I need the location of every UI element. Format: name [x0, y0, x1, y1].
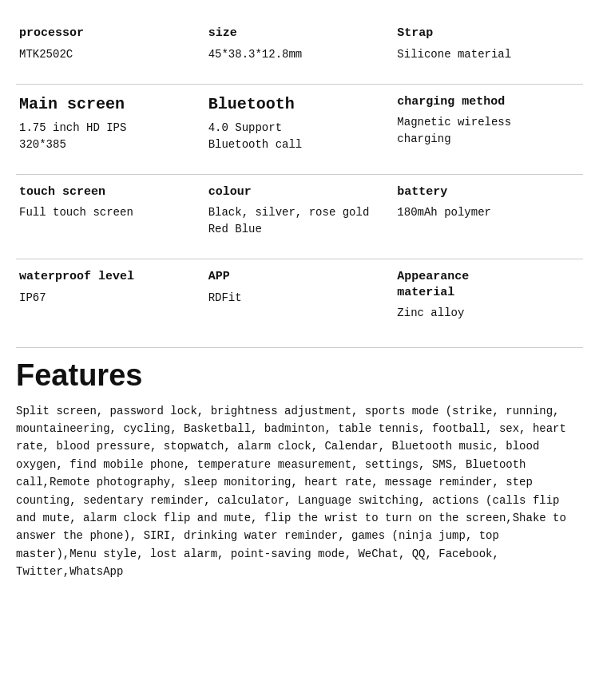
spec-bluetooth-label: Bluetooth [208, 94, 382, 115]
specs-row-4: waterproof level IP67 APP RDFit Appearan… [16, 259, 583, 334]
spec-app-value: RDFit [208, 290, 382, 306]
spec-bluetooth: Bluetooth 4.0 Support Bluetooth call [205, 85, 395, 166]
spec-appearance-label: Appearance material [397, 269, 570, 300]
spec-touch-screen: touch screen Full touch screen [16, 175, 205, 251]
spec-app: APP RDFit [205, 259, 395, 334]
spec-appearance-value: Zinc alloy [397, 305, 570, 322]
features-section: Features Split screen, password lock, br… [16, 347, 583, 581]
spec-main-screen-label: Main screen [19, 94, 192, 115]
specs-row-3: touch screen Full touch screen colour Bl… [16, 174, 583, 251]
spec-processor-value: MTK2502C [19, 46, 192, 63]
spec-bluetooth-value: 4.0 Support Bluetooth call [208, 120, 382, 153]
spec-size-value: 45*38.3*12.8mm [208, 46, 382, 63]
spec-battery: battery 180mAh polymer [394, 175, 583, 251]
spec-charging-label: charging method [397, 94, 570, 110]
spec-waterproof-label: waterproof level [19, 269, 192, 285]
spec-main-screen: Main screen 1.75 inch HD IPS 320*385 [16, 85, 205, 166]
spec-charging: charging method Magnetic wireless chargi… [394, 85, 583, 166]
specs-row-2: Main screen 1.75 inch HD IPS 320*385 Blu… [16, 84, 583, 166]
specs-container: processor MTK2502C size 45*38.3*12.8mm S… [16, 16, 583, 334]
spec-touch-screen-value: Full touch screen [19, 204, 192, 221]
spec-battery-value: 180mAh polymer [397, 204, 570, 221]
spec-processor: processor MTK2502C [16, 16, 205, 76]
spec-charging-value: Magnetic wireless charging [397, 114, 570, 148]
spec-colour: colour Black, silver, rose gold Red Blue [205, 175, 395, 251]
spec-size: size 45*38.3*12.8mm [205, 16, 395, 76]
spec-waterproof-value: IP67 [19, 290, 192, 306]
spec-app-label: APP [208, 269, 382, 285]
features-title: Features [16, 358, 583, 394]
spec-strap-label: Strap [397, 26, 570, 42]
spec-colour-label: colour [208, 184, 382, 200]
spec-size-label: size [208, 26, 382, 42]
spec-strap-value: Silicone material [397, 46, 570, 63]
features-text: Split screen, password lock, brightness … [16, 402, 583, 581]
spec-main-screen-value: 1.75 inch HD IPS 320*385 [19, 120, 192, 153]
spec-waterproof: waterproof level IP67 [16, 259, 205, 334]
specs-row-1: processor MTK2502C size 45*38.3*12.8mm S… [16, 16, 583, 76]
spec-touch-screen-label: touch screen [19, 184, 192, 200]
spec-appearance: Appearance material Zinc alloy [394, 259, 583, 334]
spec-processor-label: processor [19, 26, 192, 42]
spec-colour-value: Black, silver, rose gold Red Blue [208, 204, 382, 238]
spec-battery-label: battery [397, 184, 570, 200]
spec-strap: Strap Silicone material [394, 16, 583, 76]
